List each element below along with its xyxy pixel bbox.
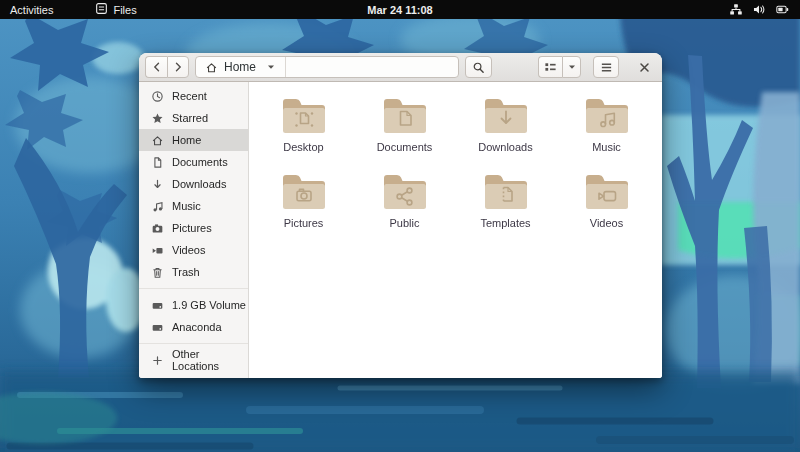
app-menu-label: Files (113, 4, 136, 16)
hard-drive-icon (150, 298, 164, 312)
sidebar-item-recent[interactable]: Recent (139, 85, 248, 107)
file-view[interactable]: Desktop Documents (249, 82, 662, 378)
battery-icon (775, 3, 790, 16)
network-wired-icon (729, 3, 743, 16)
file-name: Documents (377, 141, 433, 153)
view-toggle-group (538, 56, 581, 78)
sidebar-label: Videos (172, 244, 205, 256)
close-icon (639, 62, 650, 73)
sidebar-label: Documents (172, 156, 228, 168)
sidebar-label: Home (172, 134, 201, 146)
sidebar-item-volume[interactable]: 1.9 GB Volume (139, 294, 248, 316)
sidebar: Recent Starred Home Documents Downloads … (139, 82, 249, 378)
folder-icon (280, 173, 328, 211)
files-app-icon (95, 2, 108, 17)
headerbar: Home (139, 53, 662, 82)
path-segment-home[interactable]: Home (196, 57, 286, 77)
sidebar-label: 1.9 GB Volume (172, 299, 246, 311)
sidebar-item-trash[interactable]: Trash (139, 261, 248, 283)
top-bar: Activities Files Mar 24 11:08 (0, 0, 800, 19)
music-note-icon (150, 199, 164, 213)
file-name: Pictures (284, 217, 324, 229)
file-item-music[interactable]: Music (556, 89, 657, 159)
home-icon (205, 61, 218, 74)
file-item-documents[interactable]: Documents (354, 89, 455, 159)
view-dropdown-icon (567, 62, 577, 72)
sidebar-separator (139, 343, 248, 344)
file-item-desktop[interactable]: Desktop (253, 89, 354, 159)
sidebar-label: Pictures (172, 222, 212, 234)
star-icon (150, 111, 164, 125)
folder-icon (482, 97, 530, 135)
nav-buttons (145, 56, 189, 78)
home-icon (150, 133, 164, 147)
file-item-public[interactable]: Public (354, 165, 455, 235)
path-bar[interactable]: Home (195, 56, 459, 78)
file-item-downloads[interactable]: Downloads (455, 89, 556, 159)
files-window: Home (139, 53, 662, 378)
back-button[interactable] (145, 56, 167, 78)
desktop-screen: { "topbar": { "activities_label": "Activ… (0, 0, 800, 452)
sidebar-item-documents[interactable]: Documents (139, 151, 248, 173)
icon-grid: Desktop Documents (253, 89, 662, 235)
sidebar-label: Recent (172, 90, 207, 102)
search-button[interactable] (465, 56, 492, 78)
folder-icon (381, 173, 429, 211)
file-name: Public (390, 217, 420, 229)
download-arrow-icon (150, 177, 164, 191)
file-item-pictures[interactable]: Pictures (253, 165, 354, 235)
sidebar-label: Other Locations (172, 348, 248, 372)
folder-icon (583, 97, 631, 135)
system-status-area[interactable] (725, 0, 794, 19)
forward-button[interactable] (167, 56, 189, 78)
trash-icon (150, 265, 164, 279)
file-name: Templates (480, 217, 530, 229)
hamburger-menu-button[interactable] (593, 56, 619, 78)
document-icon (150, 155, 164, 169)
sidebar-separator (139, 288, 248, 289)
sidebar-item-music[interactable]: Music (139, 195, 248, 217)
activities-label: Activities (10, 4, 53, 16)
forward-icon (172, 61, 184, 73)
file-name: Desktop (283, 141, 323, 153)
folder-icon (583, 173, 631, 211)
folder-icon (482, 173, 530, 211)
sidebar-item-downloads[interactable]: Downloads (139, 173, 248, 195)
sidebar-label: Music (172, 200, 201, 212)
view-list-icon (544, 61, 557, 73)
view-options-button[interactable] (562, 56, 581, 78)
video-camera-icon (150, 243, 164, 257)
sidebar-label: Trash (172, 266, 200, 278)
file-name: Music (592, 141, 621, 153)
folder-icon (381, 97, 429, 135)
app-menu-button[interactable]: Files (85, 0, 146, 19)
volume-icon (752, 3, 766, 16)
window-body: Recent Starred Home Documents Downloads … (139, 82, 662, 378)
file-item-videos[interactable]: Videos (556, 165, 657, 235)
activities-button[interactable]: Activities (0, 0, 63, 19)
sidebar-item-videos[interactable]: Videos (139, 239, 248, 261)
chevron-down-icon (266, 62, 276, 72)
sidebar-item-other-locations[interactable]: Other Locations (139, 349, 248, 371)
folder-icon (280, 97, 328, 135)
sidebar-label: Anaconda (172, 321, 222, 333)
close-button[interactable] (632, 56, 656, 78)
view-list-button[interactable] (538, 56, 562, 78)
plus-icon (150, 353, 164, 367)
sidebar-label: Downloads (172, 178, 226, 190)
sidebar-item-starred[interactable]: Starred (139, 107, 248, 129)
clock-label: Mar 24 11:08 (367, 4, 432, 16)
sidebar-label: Starred (172, 112, 208, 124)
hamburger-menu-icon (600, 62, 613, 73)
sidebar-item-pictures[interactable]: Pictures (139, 217, 248, 239)
sidebar-item-home[interactable]: Home (139, 129, 248, 151)
hard-drive-icon (150, 320, 164, 334)
camera-icon (150, 221, 164, 235)
file-name: Videos (590, 217, 623, 229)
file-name: Downloads (478, 141, 532, 153)
recent-clock-icon (150, 89, 164, 103)
sidebar-item-anaconda[interactable]: Anaconda (139, 316, 248, 338)
file-item-templates[interactable]: Templates (455, 165, 556, 235)
location-label: Home (224, 60, 256, 74)
back-icon (151, 61, 163, 73)
